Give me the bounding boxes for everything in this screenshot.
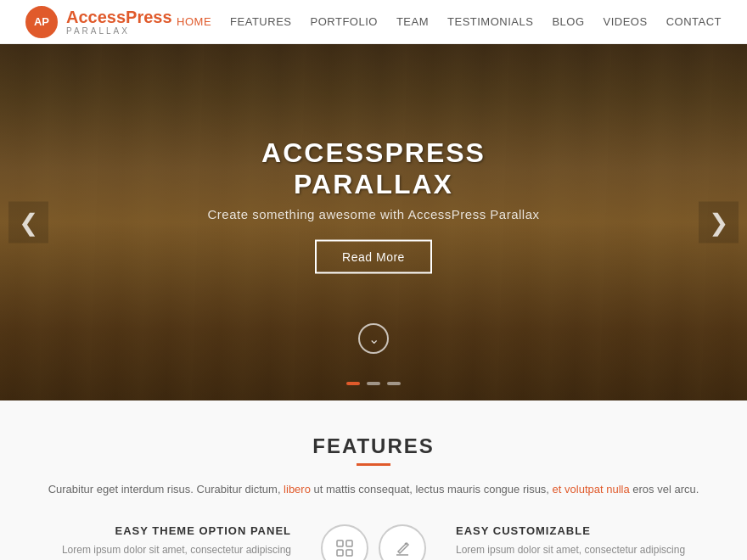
hero-dot-2[interactable] xyxy=(387,382,401,385)
logo-brand: AccessPress xyxy=(66,8,172,26)
feature-right-item-0: EASY CUSTOMIZABLE Lorem ipsum dolor sit … xyxy=(439,524,705,560)
hero-dot-0[interactable] xyxy=(346,382,360,385)
hero-section: ❮ ❯ ACCESSPRESS PARALLAX Create somethin… xyxy=(0,44,747,400)
features-desc-link[interactable]: et volutpat nulla xyxy=(553,483,630,496)
feature-left-title-0: EASY THEME OPTION PANEL xyxy=(115,524,291,537)
features-grid: EASY THEME OPTION PANEL Lorem ipsum dolo… xyxy=(42,524,705,560)
svg-rect-2 xyxy=(337,550,343,556)
nav-item-blog[interactable]: BLOG xyxy=(552,15,584,28)
logo-icon: AP xyxy=(25,6,58,38)
hero-prev-button[interactable]: ❮ xyxy=(8,202,48,244)
feature-icon-row-0 xyxy=(321,524,426,560)
nav-item-team[interactable]: TEAM xyxy=(396,15,429,28)
feature-icon-0 xyxy=(321,524,368,560)
features-description: Curabitur eget interdum risus. Curabitur… xyxy=(42,481,705,499)
hero-dot-1[interactable] xyxy=(367,382,380,385)
feature-right-title-0: EASY CUSTOMIZABLE xyxy=(456,524,591,537)
hero-dots xyxy=(346,382,401,385)
hero-content: ACCESSPRESS PARALLAX Create something aw… xyxy=(187,137,560,274)
feature-left-item-0: EASY THEME OPTION PANEL Lorem ipsum dolo… xyxy=(42,524,308,560)
feature-right-desc-0: Lorem ipsum dolor sit amet, consectetur … xyxy=(456,542,694,560)
header: AP AccessPress PARALLAX HOMEFEATURESPORT… xyxy=(0,0,747,44)
features-section: FEATURES Curabitur eget interdum risus. … xyxy=(0,400,747,560)
hero-cta-button[interactable]: Read More xyxy=(315,240,432,274)
features-title: FEATURES xyxy=(42,434,705,458)
features-right-col: EASY CUSTOMIZABLE Lorem ipsum dolor sit … xyxy=(439,524,705,560)
features-icons-col xyxy=(308,524,439,560)
hero-subtitle: Create something awesome with AccessPres… xyxy=(187,207,560,221)
feature-icon-1 xyxy=(379,524,426,560)
features-left-col: EASY THEME OPTION PANEL Lorem ipsum dolo… xyxy=(42,524,308,560)
nav-item-features[interactable]: FEATURES xyxy=(230,15,291,28)
nav-item-home[interactable]: HOME xyxy=(177,15,211,28)
logo: AP AccessPress PARALLAX xyxy=(25,6,172,38)
nav-item-contact[interactable]: CONTACT xyxy=(666,15,722,28)
logo-sub: PARALLAX xyxy=(66,26,172,36)
hero-next-button[interactable]: ❯ xyxy=(699,202,739,244)
nav-item-testimonials[interactable]: TESTIMONIALS xyxy=(447,15,533,28)
svg-rect-3 xyxy=(346,550,352,556)
hero-scroll-button[interactable]: ⌄ xyxy=(358,323,389,354)
features-desc-link[interactable]: libero xyxy=(284,483,311,496)
svg-rect-0 xyxy=(337,540,343,546)
nav-item-portfolio[interactable]: PORTFOLIO xyxy=(311,15,378,28)
features-title-underline xyxy=(357,463,390,466)
logo-text: AccessPress PARALLAX xyxy=(66,8,172,36)
svg-rect-1 xyxy=(346,540,352,546)
nav-item-videos[interactable]: VIDEOS xyxy=(604,15,648,28)
hero-title: ACCESSPRESS PARALLAX xyxy=(187,137,560,200)
feature-left-desc-0: Lorem ipsum dolor sit amet, consectetur … xyxy=(53,542,291,560)
main-nav: HOMEFEATURESPORTFOLIOTEAMTESTIMONIALSBLO… xyxy=(177,15,722,28)
